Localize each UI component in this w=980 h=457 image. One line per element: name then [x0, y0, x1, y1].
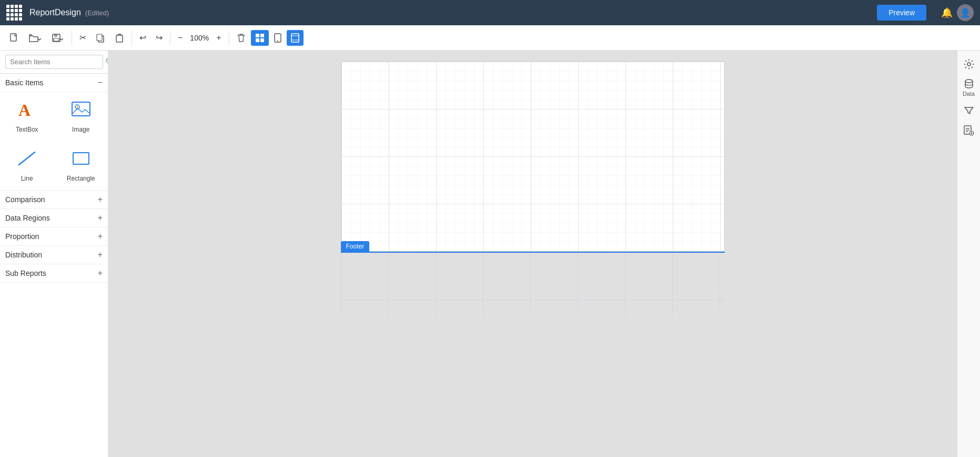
- separator1: [72, 31, 72, 45]
- svg-point-12: [277, 40, 278, 41]
- basic-items-grid: A TextBox Image: [0, 92, 108, 191]
- new-button[interactable]: [5, 30, 23, 46]
- sub-reports-label: Sub Reports: [5, 269, 46, 277]
- textbox-icon: A: [16, 100, 37, 123]
- page-layout-button[interactable]: [287, 30, 304, 46]
- proportion-expand-icon: +: [98, 232, 103, 241]
- footer-grid: [341, 253, 725, 316]
- cut-button[interactable]: ✂: [75, 29, 90, 46]
- right-sidebar: Data: [957, 51, 980, 457]
- zoom-out-button[interactable]: −: [174, 30, 187, 46]
- svg-rect-5: [97, 34, 102, 41]
- data-panel-button[interactable]: Data: [958, 75, 980, 100]
- comparison-label: Comparison: [5, 195, 45, 204]
- svg-rect-25: [341, 253, 725, 316]
- undo-button[interactable]: ↩: [135, 29, 150, 46]
- svg-point-26: [967, 63, 971, 66]
- comparison-header[interactable]: Comparison +: [0, 191, 108, 209]
- svg-rect-13: [291, 34, 299, 42]
- sub-reports-expand-icon: +: [98, 269, 103, 278]
- svg-rect-6: [116, 35, 123, 42]
- navbar: ReportDesign (Edited) Preview 🔔 👤: [0, 0, 980, 25]
- copy-button[interactable]: [92, 30, 109, 46]
- grid-view-button[interactable]: [251, 30, 269, 46]
- delete-button[interactable]: [233, 30, 250, 46]
- paste-button[interactable]: [110, 30, 128, 46]
- data-panel-label: Data: [963, 91, 975, 97]
- separator4: [229, 31, 229, 45]
- user-avatar[interactable]: 👤: [957, 4, 974, 21]
- image-icon: [70, 100, 92, 123]
- svg-rect-23: [341, 62, 724, 251]
- textbox-label: TextBox: [16, 126, 38, 133]
- svg-rect-3: [54, 38, 59, 41]
- line-label: Line: [21, 175, 33, 182]
- svg-rect-0: [11, 34, 16, 41]
- data-regions-expand-icon: +: [98, 213, 103, 223]
- basic-items-label: Basic Items: [5, 78, 43, 87]
- svg-rect-10: [260, 38, 264, 42]
- left-sidebar: 🔍 Basic Items − A TextBox: [0, 51, 108, 457]
- svg-text:A: A: [18, 101, 31, 119]
- app-title: ReportDesign: [29, 8, 81, 17]
- distribution-label: Distribution: [5, 251, 42, 259]
- svg-line-20: [19, 152, 35, 165]
- edited-label: (Edited): [85, 9, 109, 17]
- distribution-header[interactable]: Distribution +: [0, 246, 108, 264]
- search-input[interactable]: [5, 55, 103, 69]
- image-tool[interactable]: Image: [54, 92, 108, 141]
- zoom-in-button[interactable]: +: [212, 30, 225, 46]
- svg-rect-21: [73, 153, 89, 164]
- basic-items-header[interactable]: Basic Items −: [0, 74, 108, 92]
- data-regions-header[interactable]: Data Regions +: [0, 209, 108, 227]
- mobile-view-button[interactable]: [270, 30, 286, 46]
- report-canvas: Footer: [341, 61, 725, 316]
- separator3: [170, 31, 170, 45]
- redo-button[interactable]: ↪: [151, 29, 167, 46]
- proportion-header[interactable]: Proportion +: [0, 227, 108, 246]
- rectangle-icon: [70, 149, 92, 172]
- svg-rect-2: [54, 34, 57, 37]
- notifications-icon[interactable]: 🔔: [937, 5, 957, 21]
- rectangle-tool[interactable]: Rectangle: [54, 141, 108, 190]
- comparison-expand-icon: +: [98, 195, 103, 204]
- svg-point-27: [965, 80, 973, 83]
- proportion-label: Proportion: [5, 232, 39, 241]
- data-regions-label: Data Regions: [5, 214, 50, 222]
- settings-panel-button[interactable]: [959, 55, 978, 74]
- open-button[interactable]: [24, 30, 46, 46]
- svg-rect-8: [260, 34, 264, 37]
- filter-panel-button[interactable]: [959, 101, 978, 120]
- rectangle-label: Rectangle: [67, 175, 95, 182]
- svg-rect-9: [256, 38, 259, 42]
- line-tool[interactable]: Line: [0, 141, 54, 190]
- svg-rect-7: [256, 34, 259, 37]
- image-label: Image: [72, 126, 89, 133]
- separator2: [132, 31, 132, 45]
- textbox-tool[interactable]: A TextBox: [0, 92, 54, 141]
- line-icon: [16, 149, 37, 172]
- search-button[interactable]: 🔍: [103, 56, 108, 68]
- report-settings-button[interactable]: [959, 121, 978, 140]
- footer-label: Footer: [341, 241, 370, 252]
- footer-section: Footer: [341, 252, 725, 316]
- search-box: 🔍: [0, 51, 108, 74]
- distribution-expand-icon: +: [98, 250, 103, 260]
- toolbar: ✂ ↩ ↪ − 100% +: [0, 25, 980, 51]
- svg-point-19: [76, 106, 78, 108]
- app-grid-icon[interactable]: [6, 5, 22, 21]
- main-layout: 🔍 Basic Items − A TextBox: [0, 51, 980, 457]
- svg-rect-17: [72, 102, 90, 116]
- canvas-body: [341, 61, 725, 252]
- zoom-value: 100%: [188, 34, 211, 42]
- sub-reports-header[interactable]: Sub Reports +: [0, 264, 108, 283]
- save-button[interactable]: [47, 30, 68, 46]
- basic-items-collapse-icon: −: [98, 78, 103, 87]
- report-grid: [341, 62, 724, 251]
- canvas-area[interactable]: Footer: [108, 51, 957, 457]
- preview-button[interactable]: Preview: [877, 5, 926, 21]
